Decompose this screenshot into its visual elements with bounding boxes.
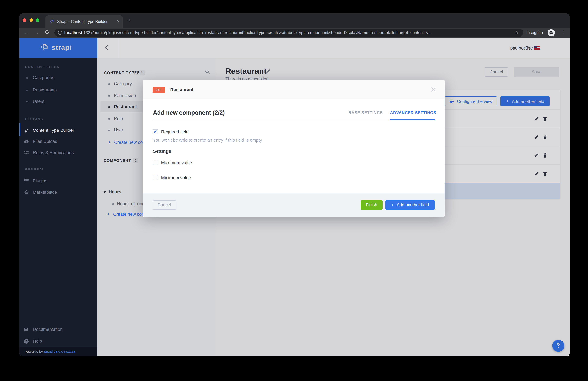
page-info-icon[interactable] [58,30,62,35]
browser-window: Strapi - Content Type Builder × + ← → lo… [19,13,570,356]
bookmark-star-icon[interactable]: ☆ [515,30,519,35]
settings-heading: Settings [153,149,171,154]
required-field-checkbox[interactable]: ✔ [153,129,158,134]
browser-tab-bar: Strapi - Content Type Builder × + [19,13,570,28]
browser-toolbar: ← → localhost:1337/admin/plugins/content… [19,28,570,38]
window-zoom-button[interactable] [36,18,39,22]
modal-header: CT Restaurant [143,80,445,99]
modal-add-another-field-button[interactable]: + Add another field [385,200,435,210]
content-type-badge: CT [152,86,165,93]
incognito-icon [548,29,555,36]
modal-cancel-button[interactable]: Cancel [152,200,176,210]
maximum-value-label: Maximum value [161,160,192,165]
tab-advanced-settings[interactable]: ADVANCED SETTINGS [390,110,436,115]
close-icon[interactable] [431,87,436,92]
desktop: Strapi - Content Type Builder × + ← → lo… [0,0,588,381]
maximum-value-checkbox[interactable] [153,160,158,165]
forward-button[interactable]: → [34,30,39,35]
reload-button[interactable] [45,30,49,34]
strapi-favicon-icon [50,19,55,24]
plus-icon: + [391,202,394,208]
back-button[interactable]: ← [24,30,29,35]
incognito-label: Incognito [526,30,543,35]
modal-content-type-name: Restaurant [170,87,193,92]
modal-title: Add new component (2/2) [153,110,225,116]
tab-title: Strapi - Content Type Builder [57,19,108,24]
new-tab-button[interactable]: + [128,17,131,24]
tab-base-settings[interactable]: BASE SETTINGS [348,110,383,115]
url-host: localhost [64,30,82,35]
url-path: :1337/admin/plugins/content-type-builder… [82,30,431,35]
address-bar[interactable]: localhost:1337/admin/plugins/content-typ… [54,29,523,37]
required-help-text: You won't be able to create an entry if … [153,138,262,143]
strapi-admin: strapi CONTENT TYPES Categories Restaura… [19,38,570,356]
required-field-label: Required field [161,130,189,134]
add-component-modal: CT Restaurant Add new component (2/2) BA… [143,80,445,217]
window-close-button[interactable] [23,18,26,22]
active-tab-underline [390,119,435,120]
browser-menu-icon[interactable]: ⋮ [562,30,566,35]
tab-close-icon[interactable]: × [117,18,120,24]
minimum-value-label: Minimum value [161,175,191,180]
window-minimize-button[interactable] [30,18,33,22]
browser-tab[interactable]: Strapi - Content Type Builder × [45,15,123,28]
url-text: localhost:1337/admin/plugins/content-typ… [64,30,431,35]
modal-footer: Cancel Finish + Add another field [143,193,445,217]
minimum-value-checkbox[interactable] [153,175,158,180]
finish-button[interactable]: Finish [360,200,382,210]
